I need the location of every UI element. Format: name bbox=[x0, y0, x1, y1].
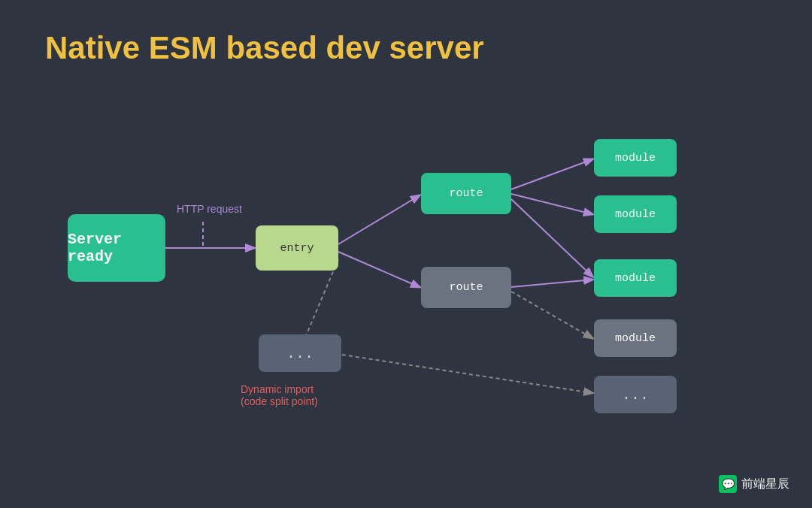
watermark: 💬 前端星辰 bbox=[719, 475, 789, 493]
diagram: Server ready entry route route ... modul… bbox=[45, 98, 767, 458]
svg-line-2 bbox=[338, 195, 420, 244]
node-route2: route bbox=[421, 267, 511, 308]
svg-line-3 bbox=[338, 252, 420, 287]
wechat-icon: 💬 bbox=[719, 475, 737, 493]
node-server: Server ready bbox=[68, 214, 165, 282]
slide: Native ESM based dev server bbox=[0, 0, 812, 508]
svg-line-5 bbox=[511, 159, 592, 189]
svg-line-9 bbox=[511, 292, 592, 338]
node-module1: module bbox=[594, 139, 677, 177]
node-module2: module bbox=[594, 195, 677, 233]
node-entry: entry bbox=[256, 225, 338, 271]
svg-line-6 bbox=[511, 194, 592, 214]
node-route1: route bbox=[421, 173, 511, 214]
node-module3: module bbox=[594, 259, 677, 297]
svg-line-10 bbox=[342, 355, 592, 393]
node-dots-module: ... bbox=[594, 376, 677, 413]
label-http-request: HTTP request bbox=[177, 203, 242, 215]
label-dynamic-import: Dynamic import (code split point) bbox=[241, 383, 318, 407]
svg-line-7 bbox=[511, 280, 592, 287]
node-dots-entry: ... bbox=[259, 334, 341, 372]
slide-title: Native ESM based dev server bbox=[45, 30, 484, 66]
svg-line-8 bbox=[511, 199, 592, 277]
node-module4: module bbox=[594, 319, 677, 357]
